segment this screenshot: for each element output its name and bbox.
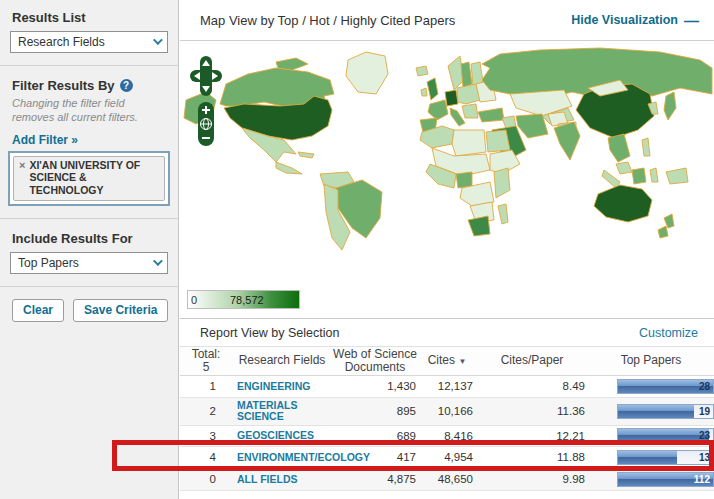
include-results-select[interactable]: Top Papers — [10, 252, 168, 274]
row-field-link[interactable]: ENVIRONMENT/ECOLOGY — [237, 452, 370, 463]
table-row: 1 ENGINEERING 1,430 12,137 8.49 28 — [180, 375, 714, 397]
filter-sidebar: Results List Research Fields Filter Resu… — [0, 0, 179, 499]
row-field-link[interactable]: ENGINEERING — [237, 381, 311, 392]
top-papers-bar: 23 — [617, 428, 714, 443]
map-controls — [188, 54, 224, 150]
include-results-label: Include Results For — [12, 231, 178, 246]
column-header-top-papers[interactable]: Top Papers — [588, 347, 714, 375]
report-section: Report View by Selection Customize Total… — [180, 318, 714, 491]
chevron-down-icon — [153, 256, 163, 266]
row-rank: 4 — [180, 446, 232, 468]
row-rank: 1 — [180, 375, 232, 397]
map-view-title: Map View by Top / Hot / Highly Cited Pap… — [200, 13, 455, 28]
collapse-icon: — — [684, 12, 698, 29]
report-title: Report View by Selection — [200, 326, 339, 340]
sidebar-divider — [0, 65, 178, 66]
active-filters-box[interactable]: × XI'AN UNIVERSITY OF SCIENCE & TECHNOLO… — [8, 151, 170, 206]
clear-button[interactable]: Clear — [12, 299, 64, 322]
column-header-research-fields: Research Fields — [232, 347, 332, 375]
top-papers-value: 112 — [694, 474, 710, 485]
row-cites: 10,166 — [418, 397, 476, 425]
row-docs: 895 — [332, 397, 418, 425]
row-cites: 4,954 — [418, 446, 476, 468]
top-papers-value: 23 — [699, 430, 710, 441]
table-row: 0 ALL FIELDS 4,875 48,650 9.98 112 — [180, 468, 714, 490]
hide-visualization-label: Hide Visualization — [571, 13, 678, 27]
table-row-highlighted: 4 ENVIRONMENT/ECOLOGY 417 4,954 11.88 13 — [180, 446, 714, 468]
row-rank: 2 — [180, 397, 232, 425]
row-field-link[interactable]: ALL FIELDS — [237, 474, 297, 485]
filter-tag[interactable]: × XI'AN UNIVERSITY OF SCIENCE & TECHNOLO… — [13, 156, 165, 201]
top-papers-bar: 112 — [617, 472, 714, 487]
hide-visualization-link[interactable]: Hide Visualization — — [571, 12, 698, 29]
table-row: 3 GEOSCIENCES 689 8,416 12.21 23 — [180, 425, 714, 446]
world-map[interactable] — [180, 42, 714, 288]
map-visualization: 0 78,572 — [180, 42, 714, 318]
sidebar-divider — [0, 286, 178, 287]
row-cites-per-paper: 12.21 — [476, 425, 588, 446]
filter-tag-label: XI'AN UNIVERSITY OF SCIENCE & TECHNOLOGY — [29, 159, 160, 197]
table-row: 2 MATERIALS SCIENCE 895 10,166 11.36 19 — [180, 397, 714, 425]
results-list-value: Research Fields — [18, 35, 105, 49]
main-panel: Map View by Top / Hot / Highly Cited Pap… — [180, 0, 714, 499]
column-header-cites[interactable]: Cites ▼ — [418, 347, 476, 375]
row-field-link[interactable]: GEOSCIENCES — [237, 430, 314, 441]
top-papers-value: 19 — [699, 406, 710, 417]
row-docs: 1,430 — [332, 375, 418, 397]
save-criteria-button[interactable]: Save Criteria — [73, 299, 168, 322]
chevron-down-icon — [153, 35, 163, 45]
row-docs: 4,875 — [332, 468, 418, 490]
map-view-header: Map View by Top / Hot / Highly Cited Pap… — [180, 0, 714, 41]
filter-results-by-label: Filter Results By — [12, 78, 115, 93]
results-list-label: Results List — [12, 10, 178, 25]
sort-desc-icon: ▼ — [458, 357, 466, 366]
customize-link[interactable]: Customize — [639, 326, 698, 340]
table-header-row: Total: 5 Research Fields Web of Science … — [180, 347, 714, 375]
row-cites-per-paper: 11.36 — [476, 397, 588, 425]
top-papers-bar: 13 — [617, 450, 714, 465]
top-papers-bar: 19 — [617, 404, 714, 419]
row-docs: 689 — [332, 425, 418, 446]
sidebar-divider — [0, 218, 178, 219]
results-list-select[interactable]: Research Fields — [10, 31, 168, 53]
results-table: Total: 5 Research Fields Web of Science … — [180, 347, 714, 491]
column-header-documents[interactable]: Web of Science Documents — [332, 347, 418, 375]
column-header-cites-per-paper[interactable]: Cites/Paper — [476, 347, 588, 375]
row-cites: 8,416 — [418, 425, 476, 446]
report-header: Report View by Selection Customize — [180, 319, 714, 347]
total-value: 5 — [203, 360, 210, 374]
row-cites: 48,650 — [418, 468, 476, 490]
top-papers-value: 13 — [699, 452, 710, 463]
row-field-link[interactable]: MATERIALS SCIENCE — [237, 400, 332, 422]
row-rank: 3 — [180, 425, 232, 446]
row-rank: 0 — [180, 468, 232, 490]
legend-min-label: 0 — [191, 294, 197, 306]
add-filter-link[interactable]: Add Filter » — [12, 133, 78, 147]
top-papers-bar: 28 — [617, 379, 714, 394]
map-legend: 0 78,572 — [187, 290, 300, 309]
esi-analytics-page: Results List Research Fields Filter Resu… — [0, 0, 714, 499]
total-label: Total: — [192, 347, 221, 361]
help-icon[interactable]: ? — [120, 79, 133, 92]
row-cites-per-paper: 11.88 — [476, 446, 588, 468]
row-cites: 12,137 — [418, 375, 476, 397]
filter-note: Changing the filter field removes all cu… — [12, 97, 164, 125]
cites-label: Cites — [428, 353, 455, 367]
remove-filter-icon[interactable]: × — [19, 159, 25, 197]
row-cites-per-paper: 8.49 — [476, 375, 588, 397]
top-papers-value: 28 — [699, 381, 710, 392]
legend-max-label: 78,572 — [230, 294, 264, 306]
map-pan-control[interactable] — [190, 56, 222, 96]
total-count: Total: 5 — [180, 347, 232, 375]
row-cites-per-paper: 9.98 — [476, 468, 588, 490]
include-results-value: Top Papers — [18, 256, 79, 270]
